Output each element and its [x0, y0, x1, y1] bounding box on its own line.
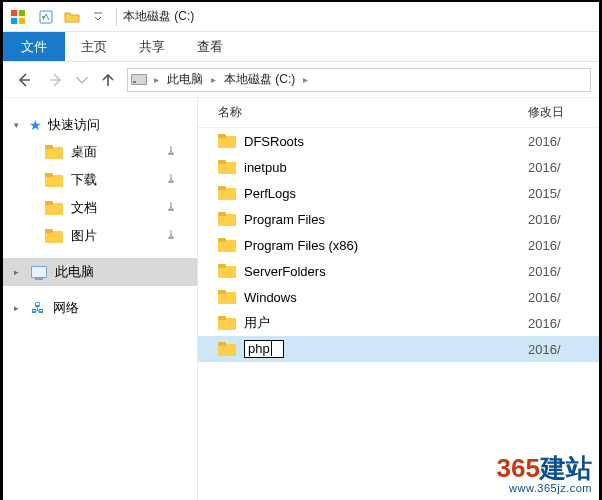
sidebar-item-this-pc[interactable]: ▸ 此电脑: [3, 258, 197, 286]
folder-icon: [218, 186, 236, 200]
windows-logo-icon: [11, 10, 25, 24]
folder-icon: [45, 201, 63, 215]
column-headers: 名称 修改日: [198, 98, 599, 128]
breadcrumb-drive[interactable]: 本地磁盘 (C:): [222, 71, 297, 88]
folder-icon: [218, 342, 236, 356]
sidebar-item-desktop[interactable]: 桌面: [3, 138, 197, 166]
rename-input[interactable]: php: [244, 340, 284, 358]
explorer-window: 本地磁盘 (C:) 文件 主页 共享 查看 ▸ 此电脑 ▸ 本地磁盘 (C:) …: [0, 0, 602, 500]
breadcrumb-chevron[interactable]: ▸: [299, 74, 312, 85]
chevron-right-icon: ▸: [9, 267, 23, 277]
sidebar-item-network[interactable]: ▸ 🖧 网络: [3, 294, 197, 322]
svg-rect-4: [40, 11, 52, 23]
qat-properties-button[interactable]: [34, 6, 58, 28]
file-date: 2016/: [528, 316, 599, 331]
pin-icon: [165, 145, 177, 160]
svg-rect-1: [19, 10, 25, 16]
titlebar-separator: [116, 8, 117, 26]
file-date: 2016/: [528, 264, 599, 279]
table-row[interactable]: PerfLogs2015/: [198, 180, 599, 206]
table-row[interactable]: 用户2016/: [198, 310, 599, 336]
tab-file[interactable]: 文件: [3, 32, 65, 61]
ribbon-tabs: 文件 主页 共享 查看: [3, 32, 599, 62]
pin-icon: [165, 229, 177, 244]
address-bar[interactable]: ▸ 此电脑 ▸ 本地磁盘 (C:) ▸: [127, 68, 591, 92]
navigation-pane: ▾ ★ 快速访问 桌面 下载 文档: [3, 98, 198, 500]
file-date: 2016/: [528, 238, 599, 253]
sidebar-item-downloads[interactable]: 下载: [3, 166, 197, 194]
folder-icon: [218, 212, 236, 226]
nav-forward-button[interactable]: [43, 67, 69, 93]
sidebar-item-label: 文档: [71, 199, 97, 217]
folder-icon: [218, 134, 236, 148]
sidebar-item-documents[interactable]: 文档: [3, 194, 197, 222]
sidebar-item-label: 此电脑: [55, 263, 94, 281]
sidebar-item-pictures[interactable]: 图片: [3, 222, 197, 250]
file-name: Windows: [244, 290, 297, 305]
arrow-right-icon: [48, 72, 64, 88]
file-date: 2016/: [528, 290, 599, 305]
folder-icon: [218, 264, 236, 278]
pin-icon: [165, 173, 177, 188]
sidebar-item-label: 图片: [71, 227, 97, 245]
file-name: inetpub: [244, 160, 287, 175]
tab-home[interactable]: 主页: [65, 32, 123, 61]
file-name: 用户: [244, 314, 270, 332]
column-header-date[interactable]: 修改日: [528, 104, 599, 121]
sidebar-quick-access[interactable]: ▾ ★ 快速访问: [3, 112, 197, 138]
explorer-body: ▾ ★ 快速访问 桌面 下载 文档: [3, 98, 599, 500]
chevron-right-icon: ▸: [9, 303, 23, 313]
tab-share[interactable]: 共享: [123, 32, 181, 61]
file-rows: DFSRoots2016/inetpub2016/PerfLogs2015/Pr…: [198, 128, 599, 362]
breadcrumb-this-pc[interactable]: 此电脑: [165, 71, 205, 88]
properties-icon: [38, 9, 54, 25]
table-row[interactable]: Program Files2016/: [198, 206, 599, 232]
column-header-name[interactable]: 名称: [198, 104, 528, 121]
folder-icon: [45, 173, 63, 187]
breadcrumb-chevron[interactable]: ▸: [207, 74, 220, 85]
chevron-down-icon: ▾: [9, 120, 23, 130]
window-system-icon[interactable]: [7, 6, 29, 28]
network-icon: 🖧: [31, 300, 45, 316]
folder-icon: [218, 160, 236, 174]
pin-icon: [165, 201, 177, 216]
star-icon: ★: [29, 117, 42, 133]
breadcrumb-chevron[interactable]: ▸: [150, 74, 163, 85]
this-pc-icon: [31, 266, 47, 278]
svg-rect-0: [11, 10, 17, 16]
chevron-down-icon: [75, 72, 89, 88]
file-date: 2016/: [528, 134, 599, 149]
file-name: ServerFolders: [244, 264, 326, 279]
table-row[interactable]: DFSRoots2016/: [198, 128, 599, 154]
table-row[interactable]: Windows2016/: [198, 284, 599, 310]
qat-overflow-button[interactable]: [86, 6, 110, 28]
quick-access-toolbar: [34, 6, 110, 28]
svg-rect-2: [11, 17, 17, 23]
arrow-left-icon: [16, 72, 32, 88]
file-date: 2016/: [528, 212, 599, 227]
chevron-down-icon: [93, 12, 103, 22]
nav-up-button[interactable]: [95, 67, 121, 93]
file-date: 2015/: [528, 186, 599, 201]
navigation-bar: ▸ 此电脑 ▸ 本地磁盘 (C:) ▸: [3, 62, 599, 98]
folder-icon: [218, 290, 236, 304]
folder-icon: [45, 145, 63, 159]
folder-icon: [218, 316, 236, 330]
table-row[interactable]: inetpub2016/: [198, 154, 599, 180]
window-title: 本地磁盘 (C:): [123, 8, 194, 25]
table-row[interactable]: Program Files (x86)2016/: [198, 232, 599, 258]
table-row[interactable]: ServerFolders2016/: [198, 258, 599, 284]
arrow-up-icon: [100, 72, 116, 88]
table-row[interactable]: php2016/: [198, 336, 599, 362]
file-name: Program Files: [244, 212, 325, 227]
tab-view[interactable]: 查看: [181, 32, 239, 61]
folder-icon: [45, 229, 63, 243]
file-date: 2016/: [528, 160, 599, 175]
file-list-pane: 名称 修改日 DFSRoots2016/inetpub2016/PerfLogs…: [198, 98, 599, 500]
sidebar-item-label: 桌面: [71, 143, 97, 161]
nav-back-button[interactable]: [11, 67, 37, 93]
qat-open-button[interactable]: [60, 6, 84, 28]
nav-recent-button[interactable]: [75, 67, 89, 93]
title-bar: 本地磁盘 (C:): [3, 2, 599, 32]
open-folder-icon: [64, 9, 80, 25]
